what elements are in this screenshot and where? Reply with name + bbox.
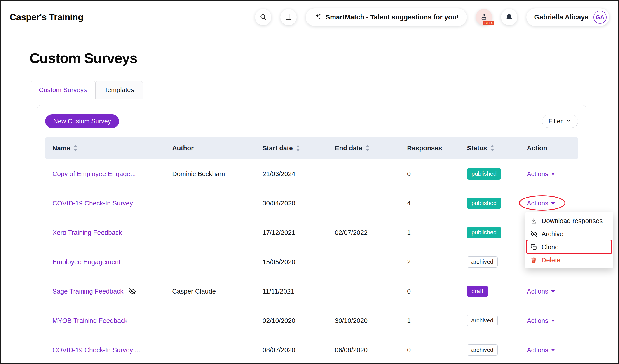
menu-item-clone[interactable]: Clone bbox=[525, 241, 613, 254]
table-row: Xero Training Feedback 17/12/2021 02/07/… bbox=[45, 218, 578, 247]
start-date-cell: 08/07/2020 bbox=[255, 335, 328, 364]
end-date-cell: 06/08/2020 bbox=[328, 335, 400, 364]
status-cell: archived bbox=[460, 335, 520, 364]
tab-bar: Custom Surveys Templates bbox=[30, 81, 143, 99]
author-cell: Casper Claude bbox=[165, 277, 255, 306]
survey-name-link[interactable]: Xero Training Feedback bbox=[52, 229, 122, 236]
tab-templates[interactable]: Templates bbox=[95, 81, 143, 99]
sort-icon[interactable] bbox=[490, 144, 495, 152]
name-cell: Xero Training Feedback bbox=[45, 218, 165, 247]
status-cell: archived bbox=[460, 306, 520, 335]
col-label: Author bbox=[172, 145, 194, 152]
survey-name-link[interactable]: MYOB Training Feedback bbox=[52, 317, 127, 324]
survey-name-link[interactable]: Copy of Employee Engage... bbox=[52, 170, 136, 178]
actions-button[interactable]: Actions bbox=[527, 288, 555, 295]
actions-label: Actions bbox=[527, 346, 548, 354]
author-cell: Dominic Beckham bbox=[165, 159, 255, 189]
name-cell: MYOB Training Feedback bbox=[45, 306, 165, 335]
actions-button[interactable]: Actions bbox=[527, 317, 555, 324]
topbar: Casper's Training SmartMatch - Talent su… bbox=[1, 1, 618, 34]
table-row: Employee Engagement 15/05/2020 2 archive… bbox=[45, 247, 578, 277]
filter-button[interactable]: Filter bbox=[542, 115, 578, 128]
download-icon bbox=[530, 217, 537, 224]
action-cell: Actions bbox=[520, 277, 578, 306]
responses-cell: 2 bbox=[400, 247, 460, 277]
sort-icon[interactable] bbox=[295, 144, 300, 152]
end-date-cell: 02/07/2022 bbox=[328, 218, 400, 247]
table-row: COVID-19 Check-In Survey ... 08/07/2020 … bbox=[45, 335, 578, 364]
caret-down-icon bbox=[551, 173, 555, 175]
survey-name-link[interactable]: COVID-19 Check-In Survey ... bbox=[52, 346, 140, 354]
responses-cell: 1 bbox=[400, 306, 460, 335]
responses-cell: 0 bbox=[400, 159, 460, 189]
menu-item-download-responses[interactable]: Download responses bbox=[525, 214, 613, 227]
smartmatch-label: SmartMatch - Talent suggestions for you! bbox=[325, 13, 459, 21]
start-date-cell: 17/12/2021 bbox=[255, 218, 328, 247]
status-cell: draft bbox=[460, 277, 520, 306]
responses-cell: 0 bbox=[400, 277, 460, 306]
caret-down-icon bbox=[551, 202, 555, 205]
copy-icon bbox=[530, 244, 537, 250]
menu-item-archive[interactable]: Archive bbox=[525, 227, 613, 241]
actions-label: Actions bbox=[527, 288, 548, 295]
menu-item-label: Delete bbox=[542, 256, 561, 264]
sort-icon[interactable] bbox=[73, 144, 78, 152]
col-start-date[interactable]: Start date bbox=[255, 137, 328, 159]
new-custom-survey-button[interactable]: New Custom Survey bbox=[45, 114, 119, 128]
end-date-cell bbox=[328, 277, 400, 306]
trash-icon bbox=[530, 257, 537, 264]
actions-button[interactable]: Actions bbox=[527, 200, 555, 207]
col-label: End date bbox=[335, 145, 362, 152]
sparkles-icon bbox=[314, 13, 322, 22]
col-status[interactable]: Status bbox=[460, 137, 520, 159]
table-row: Copy of Employee Engage... Dominic Beckh… bbox=[45, 159, 578, 189]
responses-cell: 1 bbox=[400, 218, 460, 247]
smartmatch-button[interactable]: SmartMatch - Talent suggestions for you! bbox=[306, 8, 467, 26]
col-name[interactable]: Name bbox=[45, 137, 165, 159]
filter-label: Filter bbox=[549, 118, 563, 125]
col-end-date[interactable]: End date bbox=[328, 137, 400, 159]
name-cell: Sage Training Feedback bbox=[45, 277, 165, 306]
actions-label: Actions bbox=[527, 200, 548, 207]
actions-button[interactable]: Actions bbox=[527, 346, 555, 354]
end-date-cell bbox=[328, 247, 400, 277]
table-row: COVID-19 Check-In Survey 30/04/2020 4 pu… bbox=[45, 189, 578, 218]
status-badge: published bbox=[467, 168, 501, 179]
col-label: Status bbox=[467, 145, 487, 152]
survey-name-link[interactable]: Employee Engagement bbox=[52, 258, 120, 266]
author-cell bbox=[165, 247, 255, 277]
search-button[interactable] bbox=[255, 9, 271, 25]
organisation-button[interactable] bbox=[280, 9, 297, 25]
start-date-cell: 21/03/2024 bbox=[255, 159, 328, 189]
notifications-button[interactable] bbox=[501, 9, 517, 25]
start-date-cell: 15/05/2020 bbox=[255, 247, 328, 277]
col-label: Action bbox=[527, 145, 547, 152]
end-date-cell bbox=[328, 189, 400, 218]
status-cell: published bbox=[460, 218, 520, 247]
chevron-down-icon bbox=[566, 118, 572, 125]
action-cell: Actions bbox=[520, 159, 578, 189]
start-date-cell: 11/11/2021 bbox=[255, 277, 328, 306]
actions-button[interactable]: Actions bbox=[527, 170, 555, 178]
surveys-card: New Custom Survey Filter Name Author Sta… bbox=[37, 105, 586, 364]
menu-item-delete[interactable]: Delete bbox=[525, 254, 613, 267]
survey-name-link[interactable]: COVID-19 Check-In Survey bbox=[52, 200, 133, 207]
table-header-row: Name Author Start date End date Response… bbox=[45, 137, 578, 159]
user-menu[interactable]: Gabriella Alicaya GA bbox=[526, 8, 609, 26]
user-name: Gabriella Alicaya bbox=[534, 13, 589, 21]
search-icon bbox=[260, 13, 267, 21]
responses-cell: 4 bbox=[400, 189, 460, 218]
survey-name-link[interactable]: Sage Training Feedback bbox=[52, 288, 123, 295]
col-author: Author bbox=[165, 137, 255, 159]
col-action: Action bbox=[520, 137, 578, 159]
beta-badge: BETA bbox=[483, 21, 494, 25]
name-cell: Copy of Employee Engage... bbox=[45, 159, 165, 189]
labs-beta-button[interactable]: BETA bbox=[476, 9, 492, 25]
action-cell: Actions bbox=[520, 306, 578, 335]
tab-custom-surveys[interactable]: Custom Surveys bbox=[30, 81, 96, 99]
col-label: Name bbox=[52, 145, 70, 152]
status-cell: published bbox=[460, 189, 520, 218]
menu-item-label: Download responses bbox=[542, 217, 603, 225]
actions-label: Actions bbox=[527, 317, 548, 324]
sort-icon[interactable] bbox=[365, 144, 370, 152]
